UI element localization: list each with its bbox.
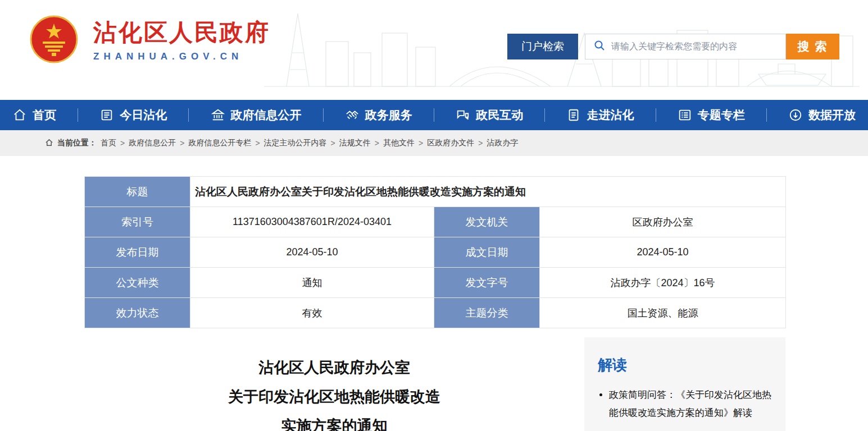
breadcrumb-separator: >	[331, 139, 335, 148]
nav-item-label: 数据开放	[808, 107, 856, 123]
home-glyph-icon	[45, 139, 53, 148]
search-input[interactable]	[611, 42, 785, 52]
breadcrumb-separator: >	[419, 139, 423, 148]
nav-item-open-data[interactable]: 数据开放	[785, 107, 859, 123]
nav-divider	[656, 108, 656, 122]
nav-item-label: 政府信息公开	[231, 107, 302, 123]
meta-value-document-type: 通知	[190, 268, 434, 298]
site-title: 沾化区人民政府	[93, 19, 270, 47]
meta-label-title: 标题	[85, 177, 190, 207]
nav-item-home[interactable]: 首页	[9, 107, 60, 123]
document-icon	[566, 108, 581, 122]
document-meta-table: 标题 沾化区人民政府办公室关于印发沾化区地热能供暖改造实施方案的通知 索引号 1…	[84, 176, 786, 328]
breadcrumb: 当前位置： 首页 > 政府信息公开 > 政府信息公开专栏 > 法定主动公开内容 …	[0, 130, 868, 156]
nav-item-label: 走进沾化	[587, 107, 634, 123]
nav-divider	[323, 108, 324, 122]
search-icon	[593, 39, 606, 54]
meta-value-title: 沾化区人民政府办公室关于印发沾化区地热能供暖改造实施方案的通知	[190, 177, 786, 207]
meta-label-topic-category: 主题分类	[434, 298, 540, 328]
interpretation-list-item: 政策简明问答：《关于印发沾化区地热能供暖改造实施方案的通知》解读	[609, 386, 775, 423]
meta-value-index-number: 11371603004387601R/2024-03401	[190, 207, 434, 237]
nav-item-gov-info[interactable]: 政府信息公开	[207, 107, 305, 123]
breadcrumb-separator: >	[478, 139, 483, 148]
handshake-icon	[345, 108, 360, 122]
nav-divider	[434, 108, 434, 122]
main-content: 标题 沾化区人民政府办公室关于印发沾化区地热能供暖改造实施方案的通知 索引号 1…	[0, 176, 868, 431]
nav-item-label: 政务服务	[365, 107, 412, 123]
meta-label-publish-date: 发布日期	[85, 237, 190, 268]
nav-item-label: 首页	[33, 107, 56, 123]
header-search: 门户检索 搜 索	[507, 34, 839, 59]
nav-item-about[interactable]: 走进沾化	[563, 107, 637, 123]
meta-label-validity-status: 效力状态	[85, 298, 190, 328]
meta-label-document-number: 发文字号	[434, 268, 540, 298]
nav-item-label: 今日沾化	[120, 107, 167, 123]
breadcrumb-separator: >	[120, 139, 125, 148]
breadcrumb-link[interactable]: 法定主动公开内容	[264, 138, 327, 148]
meta-label-issuing-agency: 发文机关	[434, 207, 540, 237]
nav-item-label: 专题专栏	[698, 107, 745, 123]
interaction-icon	[456, 108, 470, 122]
breadcrumb-link[interactable]: 法规文件	[339, 138, 371, 148]
meta-value-topic-category: 国土资源、能源	[540, 298, 786, 328]
breadcrumb-link[interactable]: 其他文件	[383, 138, 415, 148]
document-title-line: 关于印发沾化区地热能供暖改造	[84, 382, 584, 411]
breadcrumb-separator: >	[375, 139, 379, 148]
meta-label-document-type: 公文种类	[85, 268, 190, 298]
nav-item-label: 政民互动	[476, 107, 523, 123]
document-title-line: 沾化区人民政府办公室	[84, 353, 584, 382]
search-submit-button[interactable]: 搜 索	[786, 34, 839, 59]
site-header: 沾化区人民政府 ZHANHUA.GOV.CN 门户检索 搜 索	[0, 0, 868, 100]
meta-value-written-date: 2024-05-10	[540, 237, 786, 268]
meta-value-validity-status: 有效	[190, 298, 434, 328]
breadcrumb-link[interactable]: 首页	[101, 138, 116, 148]
interpretation-heading: 解读	[598, 355, 785, 375]
nav-divider	[766, 108, 767, 122]
meta-label-written-date: 成文日期	[434, 237, 540, 268]
meta-value-document-number: 沾政办字〔2024〕16号	[540, 268, 786, 298]
home-icon	[12, 108, 27, 122]
nav-item-special-columns[interactable]: 专题专栏	[674, 107, 748, 123]
document-title: 沾化区人民政府办公室 关于印发沾化区地热能供暖改造 实施方案的通知	[84, 353, 584, 431]
nav-item-today[interactable]: 今日沾化	[96, 107, 170, 123]
interpretation-link[interactable]: 政策简明问答：《关于印发沾化区地热能供暖改造实施方案的通知》解读	[609, 389, 771, 418]
news-icon	[99, 108, 114, 122]
nav-item-interaction[interactable]: 政民互动	[452, 107, 526, 123]
interpretation-list: 政策简明问答：《关于印发沾化区地热能供暖改造实施方案的通知》解读	[609, 386, 775, 423]
document-title-line: 实施方案的通知	[84, 411, 584, 431]
portal-search-button[interactable]: 门户检索	[507, 34, 578, 59]
data-open-icon	[788, 108, 803, 122]
site-logo[interactable]: 沾化区人民政府 ZHANHUA.GOV.CN	[29, 15, 270, 66]
interpretation-panel: 解读 政策简明问答：《关于印发沾化区地热能供暖改造实施方案的通知》解读	[584, 337, 785, 431]
breadcrumb-prefix: 当前位置：	[57, 138, 97, 148]
meta-value-issuing-agency: 区政府办公室	[540, 207, 786, 237]
breadcrumb-link[interactable]: 政府信息公开	[129, 138, 176, 148]
meta-label-index-number: 索引号	[85, 207, 190, 237]
breadcrumb-separator: >	[255, 139, 260, 148]
main-nav: 首页 今日沾化 政府信息公开 政务服务 政民互动 走进沾化	[0, 100, 868, 130]
breadcrumb-link[interactable]: 政府信息公开专栏	[188, 138, 251, 148]
government-building-icon	[211, 108, 225, 122]
list-icon	[678, 108, 692, 122]
breadcrumb-link[interactable]: 区政府办文件	[427, 138, 474, 148]
nav-divider	[78, 108, 78, 122]
document-area: 沾化区人民政府办公室 关于印发沾化区地热能供暖改造 实施方案的通知 解读 政策简…	[0, 328, 868, 431]
nav-divider	[188, 108, 189, 122]
search-box	[585, 34, 786, 59]
national-emblem-icon	[29, 15, 79, 66]
nav-item-services[interactable]: 政务服务	[342, 107, 416, 123]
site-domain: ZHANHUA.GOV.CN	[93, 51, 270, 62]
meta-value-publish-date: 2024-05-10	[190, 237, 434, 268]
nav-divider	[544, 108, 545, 122]
breadcrumb-link[interactable]: 沾政办字	[487, 138, 518, 148]
breadcrumb-separator: >	[180, 139, 184, 148]
